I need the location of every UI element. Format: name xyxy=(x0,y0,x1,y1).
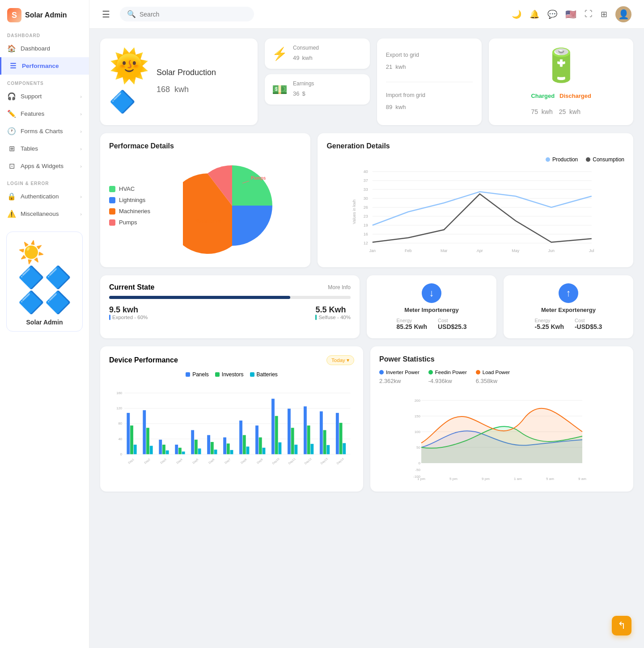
power-stats-title: Power Statistics xyxy=(379,355,624,363)
fab-button[interactable]: ↰ xyxy=(612,616,631,635)
svg-text:33: 33 xyxy=(364,187,368,192)
svg-text:5 pm: 5 pm xyxy=(449,477,458,481)
svg-rect-78 xyxy=(326,445,330,454)
sidebar-item-features[interactable]: ✏️ Features › xyxy=(0,105,89,122)
bottom-row: Device Performance Today ▾ Panels Invest… xyxy=(100,346,633,492)
svg-text:Day3: Day3 xyxy=(160,458,167,465)
avatar[interactable]: 👤 xyxy=(615,6,631,22)
svg-text:Day12: Day12 xyxy=(304,457,313,465)
svg-rect-69 xyxy=(278,442,281,454)
solar-production-label: Solar Production xyxy=(157,68,216,77)
performance-details-title: Performace Details xyxy=(109,142,301,150)
bell-icon[interactable]: 🔔 xyxy=(530,9,539,19)
device-performance-card: Device Performance Today ▾ Panels Invest… xyxy=(100,346,363,492)
sidebar-item-forms-charts[interactable]: 🕐 Forms & Charts › xyxy=(0,122,89,140)
battery-title: Charged Discharged xyxy=(531,93,591,99)
power-area-chart: 200 150 100 50 0 -50 -100 xyxy=(379,391,624,481)
svg-text:80: 80 xyxy=(119,421,123,425)
svg-text:0: 0 xyxy=(419,461,421,465)
svg-rect-77 xyxy=(323,430,326,454)
grid-icon[interactable]: ⊞ xyxy=(601,9,607,19)
svg-rect-81 xyxy=(343,443,346,454)
svg-rect-71 xyxy=(291,428,294,454)
svg-text:Day10: Day10 xyxy=(271,457,280,465)
svg-rect-43 xyxy=(143,410,146,454)
performance-icon: ☰ xyxy=(8,62,17,70)
investors-legend: Investors xyxy=(215,371,244,378)
svg-text:26: 26 xyxy=(364,205,368,210)
current-state-values: 9.5 kwh Exported - 60% 5.5 Kwh Selfuse -… xyxy=(109,305,351,320)
svg-text:1 am: 1 am xyxy=(514,477,522,481)
sidebar-item-apps-widgets[interactable]: ⊡ Apps & Widgets › xyxy=(0,157,89,175)
home-icon: 🏠 xyxy=(7,44,16,53)
search-icon: 🔍 xyxy=(127,10,136,18)
sidebar-solar-card: ☀️🔷🔷🔷🔷 Solar Admin xyxy=(6,231,83,332)
sidebar-item-forms-charts-label: Forms & Charts xyxy=(21,128,63,135)
moon-icon[interactable]: 🌙 xyxy=(512,9,521,19)
sidebar-item-dashboard[interactable]: 🏠 Dashboard xyxy=(0,40,89,57)
panels-legend: Panels xyxy=(186,371,209,378)
svg-text:16: 16 xyxy=(364,232,368,236)
svg-text:150: 150 xyxy=(415,414,421,418)
sidebar-item-miscellaneous[interactable]: ⚠️ Miscellaneous › xyxy=(0,205,89,223)
svg-text:-50: -50 xyxy=(415,468,420,472)
menu-icon[interactable]: ☰ xyxy=(102,9,110,20)
svg-rect-45 xyxy=(150,446,153,454)
chat-icon[interactable]: 💬 xyxy=(547,9,557,19)
svg-rect-46 xyxy=(159,440,162,454)
svg-rect-80 xyxy=(339,423,343,454)
power-stats-row: Inverter Power 2.362kw Feedin Power -4.9… xyxy=(379,370,624,385)
svg-rect-55 xyxy=(207,435,210,454)
battery-card: 🔋 Charged Discharged 75 kwh 25 kwh xyxy=(489,38,633,125)
current-state-card: Current State More Info 9.5 kwh Exported… xyxy=(100,275,360,338)
components-section-label: COMPONENTS xyxy=(0,75,89,88)
teal-bar xyxy=(315,315,317,320)
grid-card: Export to grid 21 kwh Import from grid 8… xyxy=(377,38,482,125)
sidebar-item-auth-label: Authentication xyxy=(21,193,59,200)
svg-rect-49 xyxy=(175,445,178,454)
svg-rect-61 xyxy=(239,421,242,454)
svg-text:120: 120 xyxy=(116,406,122,410)
svg-rect-79 xyxy=(336,413,339,454)
sidebar-item-misc-label: Miscellaneous xyxy=(21,210,59,217)
sidebar-item-authentication[interactable]: 🔒 Authentication › xyxy=(0,188,89,205)
tables-icon: ⊞ xyxy=(7,144,16,153)
auth-icon: 🔒 xyxy=(7,192,16,201)
meter-export-details: Energy -5.25 Kwh Cost -USD$5.3 xyxy=(535,318,602,330)
chevron-icon: › xyxy=(80,164,82,169)
svg-rect-51 xyxy=(182,451,185,454)
sidebar-item-tables-label: Tables xyxy=(21,145,38,152)
svg-rect-67 xyxy=(271,399,275,454)
consumed-value: 49 kwh xyxy=(293,51,319,63)
more-info-link[interactable]: More Info xyxy=(328,284,351,290)
content-area: 🌞🔷 Solar Production 168 kwh ⚡ Consumed xyxy=(89,29,644,648)
search-box[interactable]: 🔍 xyxy=(120,7,254,21)
svg-text:Day5: Day5 xyxy=(192,458,199,465)
svg-rect-65 xyxy=(259,438,262,454)
inverter-power: Inverter Power 2.362kw xyxy=(379,370,419,385)
today-badge[interactable]: Today ▾ xyxy=(326,355,354,365)
meter-import-energy: Energy 85.25 Kwh xyxy=(396,318,427,330)
svg-rect-54 xyxy=(198,449,201,454)
battery-icon: 🔋 xyxy=(541,46,581,84)
svg-rect-76 xyxy=(320,411,323,454)
sidebar-item-support[interactable]: 🎧 Support › xyxy=(0,88,89,105)
import-from-grid: Import from grid 89 kwh xyxy=(386,92,473,112)
flag-icon[interactable]: 🇺🇸 xyxy=(565,9,576,20)
sidebar-item-tables[interactable]: ⊞ Tables › xyxy=(0,140,89,157)
sidebar-item-performance[interactable]: ☰ Performance xyxy=(0,57,89,75)
sidebar-item-performance-label: Performance xyxy=(22,63,59,69)
svg-text:Day11: Day11 xyxy=(288,457,297,465)
expand-icon[interactable]: ⛶ xyxy=(585,9,593,19)
svg-text:5 am: 5 am xyxy=(546,477,554,481)
chevron-icon: › xyxy=(80,211,82,217)
svg-rect-50 xyxy=(178,448,182,454)
search-input[interactable] xyxy=(140,11,238,18)
meter-export-title: Meter Exportenergy xyxy=(541,307,596,313)
svg-text:Day1: Day1 xyxy=(127,458,135,465)
solar-production-card: 🌞🔷 Solar Production 168 kwh xyxy=(100,38,258,125)
legend-machineries: Machineries xyxy=(109,208,154,215)
svg-rect-57 xyxy=(214,450,217,454)
svg-rect-41 xyxy=(130,425,133,454)
svg-text:12: 12 xyxy=(364,241,368,245)
